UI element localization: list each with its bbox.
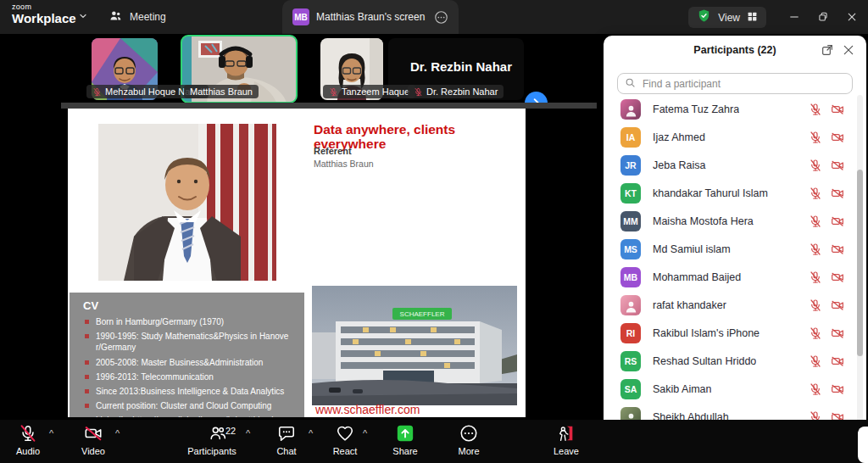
name-label-matthias: Matthias Braun <box>184 85 259 98</box>
participant-avatar: MB <box>620 267 641 287</box>
tab-shared-screen[interactable]: MB Matthias Braun's screen <box>282 0 459 34</box>
participant-row[interactable]: MB Mohammad Baijed <box>604 263 866 291</box>
schaeffler-building-photo: SCHAEFFLER <box>312 286 517 405</box>
participant-name: Sakib Aiman <box>653 383 711 395</box>
shared-window-top-edge <box>61 103 597 109</box>
muted-mic-icon[interactable] <box>809 215 822 228</box>
participant-name: Rakibul Islam's iPhone <box>653 327 760 339</box>
participant-name: Jeba Raisa <box>653 159 706 171</box>
restore-button[interactable] <box>809 0 837 34</box>
speaker-portrait-photo <box>98 124 276 281</box>
muted-mic-icon[interactable] <box>809 187 822 200</box>
cv-item: Current position: Cluster and Cloud Comp… <box>83 400 292 411</box>
participant-name: Mohammad Baijed <box>653 271 741 283</box>
presentation-slide: CV Born in Hamburg/Germany (1970) 1990-1… <box>68 109 526 417</box>
ellipsis-circle-icon[interactable] <box>434 10 448 25</box>
view-button[interactable]: View <box>688 7 766 28</box>
participant-search-input[interactable] <box>641 77 845 91</box>
video-off-icon[interactable] <box>831 354 844 368</box>
participant-avatar: IA <box>620 127 641 148</box>
cv-item: 2005-2008: Master Business&Administratio… <box>83 357 292 368</box>
minimize-button[interactable] <box>780 0 809 34</box>
video-off-icon[interactable] <box>831 326 844 340</box>
cv-section: CV Born in Hamburg/Germany (1970) 1990-1… <box>70 293 304 417</box>
participant-avatar: RS <box>620 351 641 371</box>
participant-row[interactable]: SA Sakib Aiman <box>604 375 866 403</box>
audio-options-caret[interactable]: ^ <box>49 428 53 438</box>
video-off-icon[interactable] <box>831 103 844 116</box>
leave-door-icon <box>557 423 576 443</box>
meeting-people-icon <box>108 8 123 25</box>
video-off-icon[interactable] <box>831 298 844 312</box>
react-options-caret[interactable]: ^ <box>363 428 367 438</box>
close-button[interactable] <box>837 0 866 34</box>
video-off-icon[interactable] <box>831 271 844 284</box>
video-off-icon[interactable] <box>831 159 844 172</box>
close-panel-icon[interactable] <box>842 43 855 57</box>
pop-out-icon[interactable] <box>821 43 834 57</box>
referent-label: Referent <box>314 146 352 156</box>
participant-row[interactable]: KT khandakar Tahurul Islam <box>604 179 866 207</box>
participants-count: 22 <box>225 426 236 436</box>
muted-mic-icon[interactable] <box>809 159 822 172</box>
leave-label: Leave <box>554 446 579 456</box>
share-button[interactable]: Share <box>373 423 437 456</box>
participant-row[interactable]: IA Ijaz Ahmed <box>604 123 866 151</box>
cv-item: Born in Hamburg/Germany (1970) <box>83 316 292 327</box>
zoom-window: zoom Workplace Meeting MB Matthias Braun… <box>0 0 868 463</box>
video-off-icon[interactable] <box>831 215 844 228</box>
video-off-icon[interactable] <box>831 382 844 396</box>
cv-item: 1990-1995: Study Mathematics&Physics in … <box>83 331 292 353</box>
security-shield-icon <box>697 8 711 26</box>
heart-icon <box>336 423 354 443</box>
chevron-down-icon[interactable] <box>78 11 88 21</box>
participant-avatar: SA <box>620 379 641 399</box>
participant-avatar: KT <box>620 183 641 204</box>
participant-name: Ijaz Ahmed <box>653 131 705 143</box>
view-button-label: View <box>718 12 740 24</box>
video-off-icon[interactable] <box>831 131 844 144</box>
video-off-icon[interactable] <box>831 187 844 200</box>
scrollbar-thumb[interactable] <box>857 170 863 356</box>
muted-mic-icon[interactable] <box>809 382 822 396</box>
participant-avatar: MM <box>620 211 641 232</box>
share-screen-icon <box>396 423 415 443</box>
audio-label: Audio <box>16 446 40 456</box>
participant-row[interactable]: RI Rakibul Islam's iPhone <box>604 319 866 347</box>
panel-title: Participants (22) <box>693 44 776 56</box>
participant-row[interactable]: rafat khandaker <box>604 291 866 319</box>
participants-button[interactable]: 22 Participants <box>180 423 244 456</box>
more-label: More <box>458 446 479 456</box>
video-off-icon <box>83 423 103 443</box>
muted-mic-icon[interactable] <box>809 131 822 144</box>
muted-mic-icon[interactable] <box>809 271 822 284</box>
cv-item: Since 2013:Business Intelligence & Data … <box>83 386 292 397</box>
muted-mic-icon[interactable] <box>809 243 822 256</box>
video-options-caret[interactable]: ^ <box>115 428 120 438</box>
more-button[interactable]: More <box>437 423 501 456</box>
meeting-toolbar: Audio ^ Video ^ <box>0 420 868 463</box>
participant-row[interactable]: Fatema Tuz Zahra <box>604 95 866 123</box>
leave-button[interactable]: Leave <box>534 423 598 456</box>
muted-mic-icon[interactable] <box>809 298 822 312</box>
muted-mic-icon[interactable] <box>809 354 822 368</box>
react-button[interactable]: React <box>313 423 377 456</box>
tab-meeting[interactable]: Meeting <box>108 0 166 34</box>
participant-avatar <box>620 99 641 120</box>
svg-text:SCHAEFFLER: SCHAEFFLER <box>400 310 445 318</box>
shared-screen-stage: CV Born in Hamburg/Germany (1970) 1990-1… <box>0 106 604 420</box>
cv-item: 1996-2013: Telecommunication <box>83 371 292 382</box>
video-off-icon[interactable] <box>831 243 844 256</box>
muted-mic-icon[interactable] <box>809 326 822 340</box>
tab-shared-screen-label: Matthias Braun's screen <box>316 11 427 23</box>
participant-row[interactable]: MS Md Samiul islam <box>604 235 866 263</box>
participant-row[interactable]: MM Maisha Mostofa Hera <box>604 207 866 235</box>
participants-options-caret[interactable]: ^ <box>246 428 250 438</box>
participant-row[interactable]: RS Reshad Sultan Hriddo <box>604 347 866 375</box>
muted-mic-icon[interactable] <box>809 103 822 116</box>
participant-avatar <box>620 295 641 315</box>
chat-label: Chat <box>276 446 296 456</box>
participant-name: khandakar Tahurul Islam <box>653 187 768 199</box>
participant-row[interactable]: JR Jeba Raisa <box>604 151 866 179</box>
participant-name: Reshad Sultan Hriddo <box>653 355 756 367</box>
